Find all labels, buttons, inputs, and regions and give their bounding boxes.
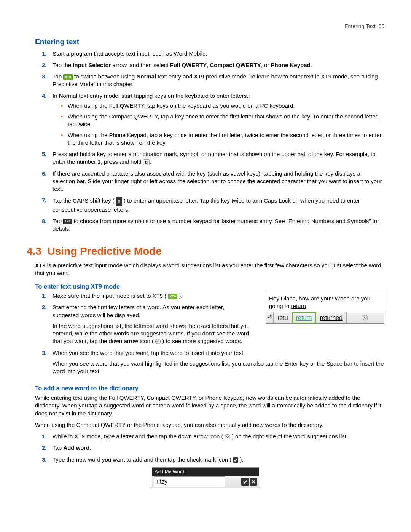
- check-mark-icon: [233, 457, 238, 463]
- step-2: Tap the Input Selector arrow, and then s…: [53, 62, 312, 68]
- add-step-3: Type the new word you want to add and th…: [53, 456, 244, 463]
- xt9-step-1: Make sure that the input mode is set to …: [53, 292, 182, 299]
- bullet-full-qwerty: When using the Full QWERTY, tap keys on …: [61, 102, 384, 110]
- entering-text-steps: 1.Start a program that accepts text inpu…: [42, 50, 384, 233]
- shift-key-icon: [116, 197, 122, 206]
- add-word-p2: When using the Compact QWERTY or the Pho…: [35, 421, 384, 429]
- heading-enter-xt9: To enter text using XT9 mode: [35, 283, 384, 291]
- bullet-compact-qwerty: When using the Compact QWERTY, tap a key…: [61, 113, 384, 128]
- xt9-icon: XT9: [168, 294, 177, 299]
- header-page: 65: [378, 23, 384, 29]
- add-word-confirm-button[interactable]: [241, 478, 249, 486]
- add-word-cancel-button[interactable]: [250, 478, 257, 486]
- down-arrow-icon: [225, 434, 230, 439]
- q-key-icon: q: [143, 159, 150, 165]
- add-step-2: Tap Add word.: [53, 444, 91, 451]
- heading-add-word: To add a new word to the dictionary: [35, 384, 384, 393]
- symbols-key-icon: 12#: [63, 219, 72, 224]
- xt9-step-2: Start entering the first few letters of …: [53, 304, 224, 318]
- section-entering-text: Entering text: [35, 37, 384, 47]
- page-header: Entering Text 65: [27, 23, 384, 30]
- down-arrow-icon: [155, 339, 161, 344]
- heading-using-predictive-mode: 4.3 Using Predictive Mode: [27, 244, 384, 259]
- step-8: Tap 12# to choose from more symbols or u…: [53, 218, 379, 232]
- add-word-input[interactable]: ritzy: [154, 476, 225, 487]
- xt9-icon: XT9: [63, 74, 73, 80]
- step-7: Tap the CAPS shift key ( ) to enter an u…: [53, 197, 360, 212]
- add-word-title: Add My Word:: [152, 468, 259, 476]
- step-4: In Normal text entry mode, start tapping…: [53, 93, 250, 99]
- xt9-steps: 1. Make sure that the input mode is set …: [42, 292, 384, 375]
- add-step-1: While in XT9 mode, type a letter and the…: [53, 433, 348, 439]
- xt9-step-2-para: In the word suggestions list, the leftmo…: [53, 322, 250, 345]
- step-5: Press and hold a key to enter a punctuat…: [53, 151, 376, 165]
- header-section: Entering Text: [344, 23, 375, 29]
- bullet-phone-keypad: When using the Phone Keypad, tap a key o…: [61, 131, 384, 147]
- add-word-figure: Add My Word: ritzy: [152, 467, 259, 488]
- predictive-intro: XT9 is a predictive text input mode whic…: [35, 262, 384, 277]
- add-word-p1: While entering text using the Full QWERT…: [35, 394, 384, 417]
- step-3: Tap XT9 to switch between using Normal t…: [53, 73, 378, 87]
- add-word-steps: 1. While in XT9 mode, type a letter and …: [42, 433, 384, 463]
- step-1: Start a program that accepts text input,…: [53, 50, 207, 57]
- step-6: If there are accented characters also as…: [53, 170, 382, 192]
- xt9-step-3: When you see the word that you want, tap…: [53, 350, 245, 356]
- xt9-step-3-para: When you see a word that you want highli…: [53, 360, 384, 375]
- step-4-bullets: When using the Full QWERTY, tap keys on …: [61, 102, 384, 147]
